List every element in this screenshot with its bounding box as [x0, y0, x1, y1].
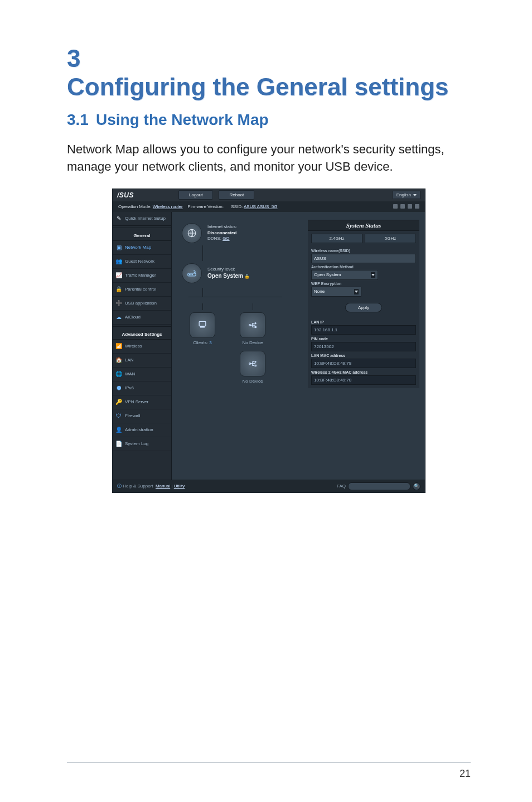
svg-rect-12: [255, 365, 256, 366]
unlock-icon: 🔓: [244, 274, 250, 279]
section-title-text: Using the Network Map: [96, 111, 269, 128]
utility-link[interactable]: Utility: [174, 484, 185, 489]
auth-method-label: Authentication Method: [311, 265, 416, 269]
system-status-panel: System Status 2.4GHz 5GHz Wireless name(…: [308, 220, 419, 388]
sidebar-label: Firewall: [125, 413, 141, 418]
log-icon: 📄: [116, 441, 122, 447]
sidebar-label: VPN Server: [125, 399, 148, 404]
help-icon: ⓘ: [117, 484, 122, 489]
sidebar-item-usb-application[interactable]: ➕ USB application: [113, 297, 171, 311]
ipv6-icon: ⬢: [116, 385, 122, 391]
pin-code-value: 72013502: [311, 342, 416, 351]
svg-point-3: [191, 274, 191, 275]
lan-mac-value: 10:BF:48:D8:49:78: [311, 359, 416, 368]
mini-icon: [393, 204, 398, 209]
main-area: Internet status: Disconnected DDNS: GO: [172, 212, 425, 480]
sidebar-item-wan[interactable]: 🌐 WAN: [113, 368, 171, 381]
opmode-label: Operation Mode:: [118, 204, 152, 209]
sidebar-item-parental-control[interactable]: 🔒 Parental control: [113, 283, 171, 297]
sidebar-item-network-map[interactable]: ▣ Network Map: [113, 241, 171, 255]
sidebar-item-wireless[interactable]: 📶 Wireless: [113, 340, 171, 354]
lan-mac-label: LAN MAC address: [311, 354, 416, 357]
sidebar-label: Traffic Manager: [125, 273, 156, 278]
sidebar-item-guest-network[interactable]: 👥 Guest Network: [113, 255, 171, 269]
globe-icon: [182, 223, 202, 243]
ddns-go-link[interactable]: GO: [223, 236, 229, 241]
logout-button[interactable]: Logout: [178, 190, 213, 200]
svg-point-8: [255, 323, 256, 324]
sidebar-item-lan[interactable]: 🏠 LAN: [113, 354, 171, 368]
reboot-button[interactable]: Reboot: [219, 190, 254, 200]
sidebar-label: Wireless: [125, 344, 142, 349]
mini-icon: [400, 204, 405, 209]
internet-node[interactable]: Internet status: Disconnected DDNS: GO: [180, 223, 291, 243]
faq-search-input[interactable]: [348, 482, 410, 490]
faq-label: FAQ: [337, 484, 346, 489]
usb-node-2-label: No Device: [230, 379, 275, 384]
wireless-mac-value: 10:BF:48:D8:49:78: [311, 375, 416, 385]
sidebar-label: AiCloud: [125, 315, 141, 320]
sidebar-item-vpn-server[interactable]: 🔑 VPN Server: [113, 395, 171, 409]
sidebar-label: System Log: [125, 441, 148, 446]
auth-method-select[interactable]: Open System: [311, 270, 378, 280]
aicloud-icon: ☁: [116, 315, 122, 320]
opmode-value-link[interactable]: Wireless router: [153, 204, 183, 209]
fw-label: Firmware Version:: [188, 204, 224, 209]
wep-select[interactable]: None: [311, 287, 361, 297]
sidebar-item-firewall[interactable]: 🛡 Firewall: [113, 409, 171, 423]
top-bar: /SUS Logout Reboot English: [113, 189, 425, 201]
internet-status-label: Internet status:: [207, 224, 237, 229]
router-node[interactable]: Security level: Open System 🔓: [180, 263, 291, 283]
ssid-input[interactable]: ASUS: [311, 254, 416, 263]
language-label: English: [396, 192, 411, 197]
wireless-mac-label: Wireless 2.4GHz MAC address: [311, 370, 416, 374]
section-title: 3.1Using the Network Map: [67, 111, 471, 129]
ssid-value-link[interactable]: ASUS ASUS_5G: [244, 204, 277, 209]
language-select[interactable]: English: [393, 191, 420, 199]
faq-search-button[interactable]: 🔍: [413, 482, 420, 490]
tab-2-4ghz[interactable]: 2.4GHz: [311, 234, 362, 243]
pin-code-label: PIN code: [311, 337, 416, 341]
sidebar-item-system-log[interactable]: 📄 System Log: [113, 437, 171, 451]
usb-node-1-label: No Device: [230, 340, 275, 345]
clients-node[interactable]: [190, 312, 215, 338]
sidebar-label: Parental control: [125, 287, 156, 292]
sidebar-label: LAN: [125, 357, 134, 363]
brand-logo: /SUS: [117, 191, 134, 199]
usb-node-1[interactable]: [240, 312, 265, 338]
svg-rect-6: [201, 326, 205, 327]
chapter-title: 3Configuring the General settings: [67, 45, 471, 101]
chevron-down-icon: [355, 291, 358, 293]
wizard-icon: ✎: [116, 216, 122, 221]
chevron-down-icon: [413, 194, 417, 196]
mini-icon: [415, 204, 419, 209]
tab-5ghz[interactable]: 5GHz: [365, 234, 416, 243]
section-number: 3.1: [67, 111, 96, 129]
internet-status-value: Disconnected: [207, 230, 236, 235]
sidebar-item-administration[interactable]: 👤 Administration: [113, 423, 171, 437]
apply-button[interactable]: Apply: [345, 303, 382, 312]
chevron-down-icon: [371, 274, 375, 276]
sidebar-header-general: General: [113, 230, 171, 241]
svg-point-4: [192, 274, 192, 275]
lan-ip-label: LAN IP: [311, 320, 416, 324]
intro-paragraph: Network Map allows you to configure your…: [67, 141, 471, 175]
clients-count: 3: [209, 340, 211, 345]
info-bar: Operation Mode: Wireless router Firmware…: [113, 201, 425, 212]
sidebar-label: Guest Network: [125, 259, 154, 264]
status-mini-icons: [393, 204, 419, 209]
footer-bar: ⓘ Help & Support Manual | Utility FAQ 🔍: [113, 480, 425, 492]
svg-rect-5: [199, 321, 206, 326]
wan-icon: 🌐: [116, 371, 122, 377]
manual-link[interactable]: Manual: [156, 484, 170, 489]
quick-internet-setup[interactable]: ✎ Quick Internet Setup: [113, 212, 171, 226]
sidebar-item-aicloud[interactable]: ☁ AiCloud: [113, 311, 171, 325]
wifi-icon: 📶: [116, 344, 122, 349]
guest-network-icon: 👥: [116, 259, 122, 264]
usb-node-2[interactable]: [240, 351, 265, 376]
sidebar-item-traffic-manager[interactable]: 📈 Traffic Manager: [113, 269, 171, 283]
system-status-title: System Status: [308, 220, 419, 231]
sidebar-item-ipv6[interactable]: ⬢ IPv6: [113, 381, 171, 395]
svg-point-11: [255, 361, 256, 363]
sidebar-label: Network Map: [125, 245, 151, 250]
